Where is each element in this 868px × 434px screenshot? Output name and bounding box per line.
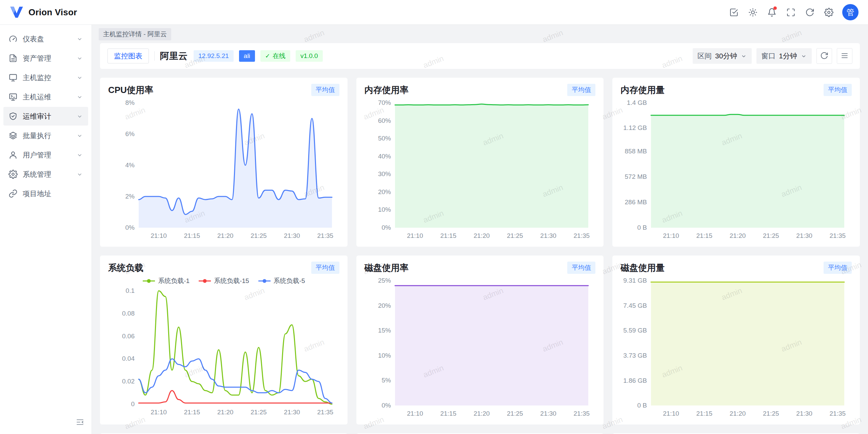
chart-plot: 0%10%20%30%40%50%60%70%21:1021:1521:2021… bbox=[364, 98, 595, 241]
refresh-button[interactable] bbox=[802, 4, 818, 20]
menu-icon bbox=[841, 52, 849, 61]
menu-fold-icon bbox=[76, 418, 84, 427]
window-select[interactable]: 窗口 1分钟 bbox=[756, 48, 812, 64]
tasks-button[interactable] bbox=[726, 4, 742, 20]
window-select-value: 1分钟 bbox=[779, 51, 797, 61]
average-badge: 平均值 bbox=[824, 262, 852, 274]
collapse-sidebar-button[interactable] bbox=[73, 416, 87, 429]
svg-text:1.86 GB: 1.86 GB bbox=[624, 377, 647, 384]
chart-card-header: 内存使用率 平均值 bbox=[364, 84, 596, 96]
system-icon bbox=[8, 170, 18, 179]
legend-marker-icon bbox=[198, 279, 211, 283]
orion-visor-logo-icon bbox=[9, 6, 24, 19]
chart-card-header: 磁盘使用量 平均值 bbox=[620, 262, 852, 274]
legend-marker-icon bbox=[258, 279, 271, 283]
svg-text:21:30: 21:30 bbox=[284, 409, 300, 416]
svg-text:0.02: 0.02 bbox=[122, 378, 135, 385]
host-status-tag: ✓在线 bbox=[260, 50, 290, 62]
sidebar-item-asset[interactable]: 资产管理 bbox=[3, 49, 88, 68]
svg-text:21:30: 21:30 bbox=[540, 410, 556, 417]
divider bbox=[154, 51, 155, 61]
user-icon bbox=[8, 150, 18, 159]
svg-text:21:30: 21:30 bbox=[540, 232, 556, 239]
host-header-card: 监控图表 阿里云 12.92.5.21 ali ✓在线 v1.0.0 区间 30… bbox=[100, 43, 860, 69]
legend-label: 系统负载-15 bbox=[214, 277, 249, 285]
interval-select[interactable]: 区间 30分钟 bbox=[693, 48, 752, 64]
svg-text:0.1: 0.1 bbox=[126, 287, 135, 294]
charts-grid: CPU使用率 平均值 0%2%4%6%8%21:1021:1521:2021:2… bbox=[100, 78, 860, 434]
svg-text:21:20: 21:20 bbox=[473, 410, 490, 417]
sidebar-item-link[interactable]: 项目地址 bbox=[3, 184, 88, 203]
svg-text:0.06: 0.06 bbox=[122, 333, 135, 340]
chart-title: 系统负载 bbox=[108, 262, 143, 274]
chart-card: 内存使用率 平均值 0%10%20%30%40%50%60%70%21:1021… bbox=[356, 78, 604, 247]
user-avatar[interactable]: 管 bbox=[842, 4, 859, 20]
chart-title: 磁盘使用量 bbox=[620, 262, 665, 274]
svg-text:21:35: 21:35 bbox=[830, 410, 846, 417]
svg-text:21:25: 21:25 bbox=[507, 410, 523, 417]
svg-text:21:15: 21:15 bbox=[184, 409, 200, 416]
ops-icon bbox=[8, 92, 18, 101]
svg-text:21:10: 21:10 bbox=[151, 232, 167, 239]
chevron-down-icon bbox=[76, 55, 83, 62]
svg-text:21:30: 21:30 bbox=[796, 232, 813, 239]
chevron-down-icon bbox=[76, 152, 83, 158]
chart-list-button[interactable] bbox=[837, 48, 852, 64]
svg-text:0: 0 bbox=[131, 400, 135, 408]
average-badge: 平均值 bbox=[567, 262, 595, 274]
average-badge: 平均值 bbox=[824, 84, 852, 96]
svg-text:15%: 15% bbox=[378, 327, 391, 334]
svg-text:60%: 60% bbox=[378, 117, 391, 124]
monitor-icon bbox=[8, 73, 18, 82]
svg-text:0%: 0% bbox=[381, 402, 391, 409]
sidebar-item-monitor[interactable]: 主机监控 bbox=[3, 68, 88, 87]
svg-text:21:10: 21:10 bbox=[663, 232, 679, 239]
legend-marker-icon bbox=[142, 279, 155, 283]
breadcrumb: 主机监控详情 - 阿里云 bbox=[92, 25, 868, 40]
sidebar-item-audit[interactable]: 运维审计 bbox=[3, 107, 88, 126]
svg-text:40%: 40% bbox=[378, 153, 391, 160]
svg-text:21:35: 21:35 bbox=[317, 409, 334, 416]
svg-text:21:25: 21:25 bbox=[763, 232, 779, 239]
host-name: 阿里云 bbox=[160, 50, 188, 62]
legend-item[interactable]: 系统负载-15 bbox=[198, 277, 249, 285]
svg-text:858 MB: 858 MB bbox=[625, 148, 647, 155]
svg-text:20%: 20% bbox=[378, 188, 391, 195]
refresh-icon bbox=[805, 8, 814, 17]
svg-text:21:20: 21:20 bbox=[730, 410, 746, 417]
svg-text:25%: 25% bbox=[378, 277, 391, 284]
svg-text:5.59 GB: 5.59 GB bbox=[624, 327, 647, 334]
main-content: 主机监控详情 - 阿里云 监控图表 阿里云 12.92.5.21 ali ✓在线… bbox=[92, 25, 868, 434]
svg-text:1.4 GB: 1.4 GB bbox=[627, 99, 647, 106]
sidebar-item-dashboard[interactable]: 仪表盘 bbox=[3, 30, 88, 48]
host-status-label: 在线 bbox=[273, 52, 285, 60]
theme-button[interactable] bbox=[745, 4, 761, 20]
sidebar-item-ops[interactable]: 主机运维 bbox=[3, 88, 88, 106]
sidebar-item-label: 运维审计 bbox=[23, 112, 51, 121]
monitor-chart-toggle-button[interactable]: 监控图表 bbox=[107, 49, 149, 63]
sidebar-item-system[interactable]: 系统管理 bbox=[3, 165, 88, 184]
chart-controls: 区间 30分钟 窗口 1分钟 bbox=[693, 48, 852, 64]
legend-item[interactable]: 系统负载-5 bbox=[258, 277, 305, 285]
refresh-charts-button[interactable] bbox=[816, 48, 832, 64]
fullscreen-icon bbox=[786, 8, 795, 17]
tasks-icon bbox=[729, 8, 738, 17]
svg-text:21:15: 21:15 bbox=[184, 232, 200, 239]
svg-text:572 MB: 572 MB bbox=[625, 173, 647, 180]
chart-card: CPU使用率 平均值 0%2%4%6%8%21:1021:1521:2021:2… bbox=[100, 78, 348, 247]
legend-item[interactable]: 系统负载-1 bbox=[142, 277, 190, 285]
chart-card-header: 内存使用量 平均值 bbox=[620, 84, 852, 96]
breadcrumb-tag[interactable]: 主机监控详情 - 阿里云 bbox=[99, 28, 171, 40]
sidebar-item-batch[interactable]: 批量执行 bbox=[3, 126, 88, 145]
settings-button[interactable] bbox=[821, 4, 837, 20]
chart-plot: 0%2%4%6%8%21:1021:1521:2021:2521:3021:35 bbox=[108, 98, 339, 241]
sidebar-item-user[interactable]: 用户管理 bbox=[3, 146, 88, 164]
legend-label: 系统负载-1 bbox=[158, 277, 190, 285]
svg-text:21:25: 21:25 bbox=[251, 409, 267, 416]
sidebar-item-label: 仪表盘 bbox=[23, 34, 44, 44]
chart-plot: 0 B1.86 GB3.73 GB5.59 GB7.45 GB9.31 GB21… bbox=[620, 276, 851, 419]
fullscreen-button[interactable] bbox=[783, 4, 799, 20]
chart-card-header: 磁盘使用率 平均值 bbox=[364, 262, 596, 274]
svg-text:4%: 4% bbox=[125, 162, 135, 169]
notifications-button[interactable] bbox=[764, 4, 780, 20]
